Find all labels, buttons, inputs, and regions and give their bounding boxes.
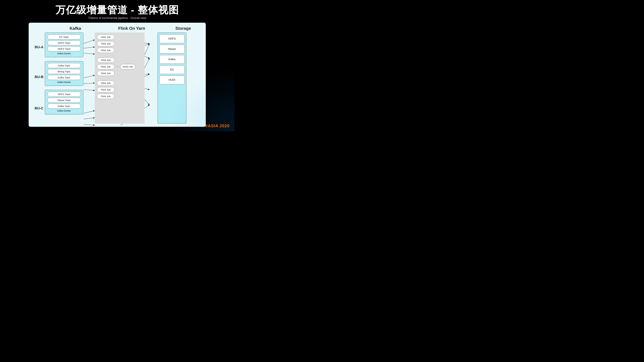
flink-job-7: Flink Job [97, 80, 115, 86]
flink-row-3: Flink Job [97, 48, 142, 53]
bu-labels: BU-A BU-B BU-C [32, 32, 45, 124]
bu-a-label: BU-A [34, 45, 44, 49]
topic-hbase: Hbase Topic [47, 98, 81, 103]
kafka-cluster-a: ES Topic HDFS Topic HDFS Topic Kafka Clu… [45, 32, 84, 57]
flink-job-9: Flink Job [97, 94, 115, 99]
flink-job-4: Flink Job [97, 57, 115, 63]
flink-column: Flink Job Flink Job Flink Job Flink Job … [95, 32, 144, 124]
storage-kafka: Kafka [160, 55, 184, 64]
hudi-job-1: HUDI Job [120, 64, 136, 69]
flink-job-8: Flink Job [97, 87, 115, 92]
topic-hdfs-2: HDFS Topic [47, 46, 81, 51]
storage-hdfs: HDFS [160, 34, 184, 43]
flink-job-5: Flink Job [97, 64, 115, 69]
storage-header: Storage [167, 26, 199, 31]
flink-row-5: Flink Job → HUDI Job [97, 64, 142, 69]
flink-job-6: Flink Job [97, 71, 115, 76]
storage-column: HDFS Hbase Kafka ES HUDI [158, 32, 186, 124]
svg-line-8 [84, 124, 95, 125]
topic-kafka-3: Kafka Topic [47, 104, 81, 109]
storage-hbase: Hbase [160, 45, 184, 53]
topic-kafka-1: Kafka Topic [47, 63, 81, 68]
flink-job-1: Flink Job [97, 34, 115, 40]
flink-row-6: Flink Job [97, 71, 142, 76]
topic-es: ES Topic [47, 34, 81, 39]
kafka-cluster-b: Kafka Topic Binlog Topic Kafka Topic Kaf… [45, 61, 84, 86]
kafka-cluster-c-label: Kafka Cluster [47, 110, 81, 112]
flink-job-3: Flink Job [97, 48, 115, 53]
flink-row-4: Flink Job [97, 57, 142, 63]
watermark-text: ASIA 2020 [208, 123, 230, 128]
flink-row-8: Flink Job [97, 87, 142, 92]
storage-es: ES [160, 65, 184, 74]
kafka-column: ES Topic HDFS Topic HDFS Topic Kafka Clu… [45, 32, 84, 124]
bu-b-label: BU-B [34, 75, 44, 79]
page-title: 万亿级增量管道 - 整体视图 [56, 4, 179, 15]
topic-hdfs-1: HDFS Topic [47, 40, 81, 45]
flink-header: Flink On Yarn [104, 26, 159, 31]
flink-job-2: Flink Job [97, 41, 115, 46]
watermark-hash: # [205, 123, 208, 128]
column-headers: Kafka Flink On Yarn Storage [32, 26, 201, 31]
kafka-header: Kafka [54, 26, 96, 31]
flink-row-7: Flink Job [97, 80, 142, 86]
kafka-cluster-c: HDFS Topic Hbase Topic Kafka Topic Kafka… [45, 90, 84, 115]
watermark: #ASIA 2020 [205, 123, 230, 128]
diagram-container: Kafka Flink On Yarn Storage [29, 23, 206, 127]
flink-row-1: Flink Job [97, 34, 142, 40]
topic-binlog: Binlog Topic [47, 69, 81, 74]
page-subtitle: Trillions of incremental pipeline - Over… [56, 16, 179, 20]
arrow-icon-1: → [116, 65, 119, 68]
topic-kafka-2: Kafka Topic [47, 75, 81, 80]
storage-hudi: HUDI [160, 76, 184, 84]
bu-c-label: BU-C [34, 106, 44, 110]
flink-row-2: Flink Job [97, 41, 142, 46]
flink-row-9: Flink Job [97, 94, 142, 99]
kafka-cluster-b-label: Kafka Cluster [47, 81, 81, 83]
kafka-cluster-a-label: Kafka Cluster [47, 52, 81, 55]
topic-hdfs-3: HDFS Topic [47, 92, 81, 97]
